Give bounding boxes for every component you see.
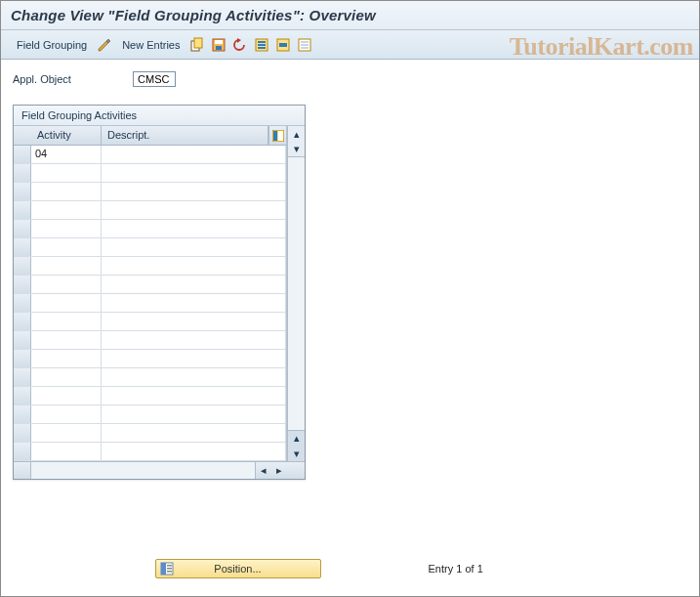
row-selector[interactable] xyxy=(14,183,31,200)
cell-descript[interactable] xyxy=(102,183,286,200)
table-row xyxy=(14,183,286,201)
horizontal-scrollbar[interactable]: ◂ ▸ xyxy=(14,461,305,479)
row-selector[interactable] xyxy=(14,201,31,219)
cell-activity[interactable] xyxy=(31,220,102,237)
row-selector[interactable] xyxy=(14,257,31,275)
cell-descript[interactable] xyxy=(102,368,286,386)
row-selector[interactable] xyxy=(14,220,31,237)
table-row xyxy=(14,220,286,238)
header-fields: Appl. Object CMSC xyxy=(1,60,699,87)
cell-descript[interactable] xyxy=(102,350,286,367)
cell-descript[interactable] xyxy=(102,220,286,237)
cell-descript[interactable] xyxy=(102,164,286,182)
cell-descript[interactable] xyxy=(102,294,286,312)
row-selector[interactable] xyxy=(14,276,31,293)
cell-descript[interactable] xyxy=(102,331,286,349)
select-block-button[interactable] xyxy=(273,35,293,55)
vscroll-track[interactable] xyxy=(288,157,305,430)
svg-rect-3 xyxy=(215,40,223,44)
cell-descript[interactable] xyxy=(102,405,286,423)
table-row xyxy=(14,387,286,405)
copy-icon xyxy=(189,37,205,53)
svg-rect-21 xyxy=(167,568,172,570)
toggle-change-button[interactable] xyxy=(95,35,114,55)
row-selector[interactable] xyxy=(14,350,31,367)
scroll-up-button-2[interactable]: ▴ xyxy=(288,430,305,446)
svg-rect-22 xyxy=(167,571,172,573)
cell-activity[interactable] xyxy=(31,276,102,293)
cell-descript[interactable] xyxy=(102,424,286,442)
scroll-down-button[interactable]: ▾ xyxy=(288,142,305,157)
undo-icon xyxy=(232,37,248,53)
column-header-descript[interactable]: Descript. xyxy=(102,126,268,145)
cell-activity[interactable] xyxy=(31,164,102,182)
cell-activity[interactable] xyxy=(31,405,102,423)
row-selector[interactable] xyxy=(14,164,31,182)
save-button[interactable] xyxy=(209,35,228,55)
row-selector[interactable] xyxy=(14,238,31,256)
cell-activity[interactable] xyxy=(31,183,102,200)
cell-activity[interactable] xyxy=(31,238,102,256)
select-block-icon xyxy=(275,37,291,53)
cell-activity[interactable]: 04 xyxy=(31,146,102,163)
cell-descript[interactable] xyxy=(102,146,286,163)
row-selector[interactable] xyxy=(14,368,31,386)
row-selector-header[interactable] xyxy=(14,126,31,145)
svg-rect-13 xyxy=(301,44,309,46)
cell-descript[interactable] xyxy=(102,201,286,219)
position-icon xyxy=(160,562,174,576)
position-button-label: Position... xyxy=(214,563,261,575)
row-selector[interactable] xyxy=(14,331,31,349)
configure-columns-button[interactable] xyxy=(268,126,286,145)
vertical-scrollbar[interactable]: ▴ ▾ ▴ ▾ xyxy=(287,126,305,461)
footer-bar: Position... Entry 1 of 1 xyxy=(1,559,699,578)
row-selector[interactable] xyxy=(14,405,31,423)
page-title: Change View "Field Grouping Activities":… xyxy=(11,7,689,23)
undo-button[interactable] xyxy=(230,35,250,55)
table-row xyxy=(14,201,286,220)
field-grouping-menu[interactable]: Field Grouping xyxy=(11,37,93,53)
scroll-right-button[interactable]: ▸ xyxy=(271,462,287,479)
cell-activity[interactable] xyxy=(31,201,102,219)
cell-descript[interactable] xyxy=(102,443,286,460)
position-button[interactable]: Position... xyxy=(155,559,321,578)
select-all-button[interactable] xyxy=(252,35,271,55)
row-selector[interactable] xyxy=(14,294,31,312)
cell-descript[interactable] xyxy=(102,313,286,330)
svg-rect-17 xyxy=(278,131,283,141)
appl-object-label: Appl. Object xyxy=(13,73,130,85)
hscroll-track[interactable] xyxy=(31,462,256,479)
cell-descript[interactable] xyxy=(102,387,286,405)
cell-activity[interactable] xyxy=(31,424,102,442)
cell-descript[interactable] xyxy=(102,238,286,256)
cell-activity[interactable] xyxy=(31,443,102,460)
svg-rect-14 xyxy=(301,47,309,49)
copy-as-button[interactable] xyxy=(187,35,207,55)
row-selector[interactable] xyxy=(14,443,31,460)
row-selector[interactable] xyxy=(14,313,31,330)
table-row xyxy=(14,238,286,257)
row-selector[interactable] xyxy=(14,387,31,405)
row-selector[interactable] xyxy=(14,146,31,163)
scroll-left-button[interactable]: ◂ xyxy=(256,462,271,479)
cell-descript[interactable] xyxy=(102,257,286,275)
new-entries-button[interactable]: New Entries xyxy=(116,37,185,53)
cell-activity[interactable] xyxy=(31,294,102,312)
scroll-up-button[interactable]: ▴ xyxy=(288,126,305,142)
cell-activity[interactable] xyxy=(31,331,102,349)
cell-descript[interactable] xyxy=(102,276,286,293)
cell-activity[interactable] xyxy=(31,257,102,275)
deselect-all-button[interactable] xyxy=(295,35,314,55)
cell-activity[interactable] xyxy=(31,350,102,367)
appl-object-field[interactable]: CMSC xyxy=(133,71,176,87)
cell-activity[interactable] xyxy=(31,387,102,405)
scroll-down-button-2[interactable]: ▾ xyxy=(288,446,305,461)
table-row xyxy=(14,443,286,461)
application-toolbar: Field Grouping New Entries xyxy=(1,30,699,60)
table-row xyxy=(14,350,286,368)
row-selector[interactable] xyxy=(14,424,31,442)
cell-activity[interactable] xyxy=(31,368,102,386)
table-title: Field Grouping Activities xyxy=(14,106,305,126)
column-header-activity[interactable]: Activity xyxy=(31,126,102,145)
cell-activity[interactable] xyxy=(31,313,102,330)
